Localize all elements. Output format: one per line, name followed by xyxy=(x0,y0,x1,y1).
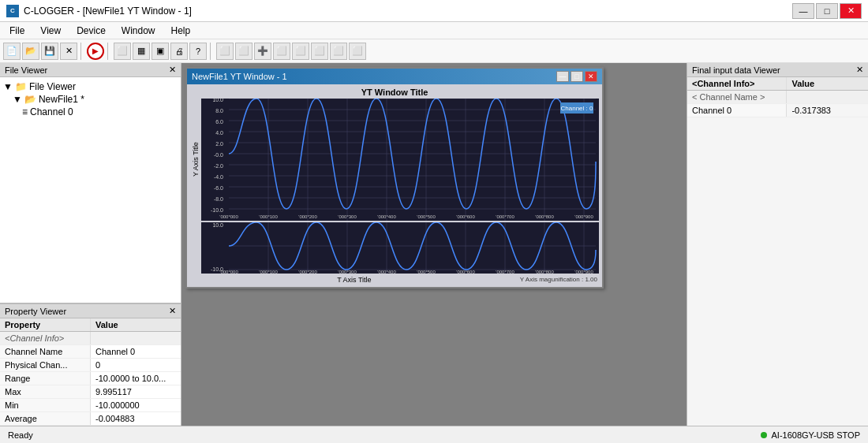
val-channel-name: Channel 0 xyxy=(91,345,181,359)
y-magnification-label: Y Axis magunification : 1.00 xyxy=(518,275,599,284)
toolbar-btn6[interactable]: ➕ xyxy=(254,43,271,60)
svg-text:-10.0: -10.0 xyxy=(211,207,223,213)
val-max: 9.995117 xyxy=(91,385,181,399)
svg-text:-2.0: -2.0 xyxy=(214,163,223,169)
maximize-button[interactable]: □ xyxy=(816,3,838,19)
val-channel-info xyxy=(91,332,181,345)
toolbar-new[interactable]: 📄 xyxy=(3,43,21,60)
chart-main-top: 10.0 8.0 6.0 4.0 2.0 -0.0 -2.0 -4.0 -6.0… xyxy=(201,99,599,221)
chart-bottom: 10.0 -10.0 '000*000 '000*100 '000*200 '0… xyxy=(190,222,599,274)
sep1 xyxy=(80,43,84,60)
toolbar-btn7[interactable]: ⬜ xyxy=(273,43,290,60)
toolbar-btn4[interactable]: ⬜ xyxy=(216,43,234,60)
yt-titlebar: NewFile1 YT Window - 1 — □ ✕ xyxy=(187,69,602,84)
svg-text:'000*900: '000*900 xyxy=(574,270,593,274)
menu-file[interactable]: File xyxy=(3,24,31,38)
menu-help[interactable]: Help xyxy=(165,24,197,38)
toolbar-save[interactable]: 💾 xyxy=(41,43,58,60)
toolbar-help[interactable]: ? xyxy=(189,43,207,60)
svg-text:'000*600: '000*600 xyxy=(456,270,475,274)
window-controls: — □ ✕ xyxy=(792,3,862,19)
svg-text:'000*100: '000*100 xyxy=(259,214,278,219)
toolbar-btn5[interactable]: ⬜ xyxy=(235,43,253,60)
property-viewer-close[interactable]: ✕ xyxy=(169,306,176,316)
chart-top: Y Axis Title xyxy=(190,99,599,221)
toolbar-btn11[interactable]: ⬜ xyxy=(349,43,366,60)
close-button[interactable]: ✕ xyxy=(840,3,862,19)
val-min: -10.000000 xyxy=(91,399,181,412)
menu-view[interactable]: View xyxy=(34,24,67,38)
property-viewer: Property Viewer ✕ Property Value <Channe… xyxy=(0,303,181,426)
val-average: -0.004883 xyxy=(91,412,181,426)
svg-text:'000*000: '000*000 xyxy=(219,270,238,274)
toolbar-btn2[interactable]: ▦ xyxy=(133,43,150,60)
sep3 xyxy=(210,43,213,60)
y-axis-label-top: Y Axis Title xyxy=(190,99,201,221)
svg-text:'000*400: '000*400 xyxy=(377,214,396,219)
tree-channel0[interactable]: ≡ Channel 0 xyxy=(3,106,178,118)
final-channel-0: Channel 0 xyxy=(687,104,787,117)
toolbar-btn10[interactable]: ⬜ xyxy=(330,43,347,60)
folder-icon: 📁 xyxy=(15,81,27,92)
menu-window[interactable]: Window xyxy=(115,24,162,38)
final-viewer-close[interactable]: ✕ xyxy=(856,65,863,75)
svg-text:6.0: 6.0 xyxy=(215,119,223,125)
main-layout: File Viewer ✕ ▼ 📁 File Viewer ▼ 📂 NewFil… xyxy=(0,63,868,426)
tree-expand-icon: ▼ xyxy=(3,81,13,92)
final-value-0: -0.317383 xyxy=(787,104,868,117)
property-row-average: Average -0.004883 xyxy=(0,412,181,426)
channel-icon: ≡ xyxy=(22,106,28,117)
property-section-row: <Channel Info> xyxy=(0,332,181,345)
prop-channel-name: Channel Name xyxy=(0,345,91,359)
svg-text:-6.0: -6.0 xyxy=(214,185,223,191)
toolbar-btn8[interactable]: ⬜ xyxy=(292,43,309,60)
yt-window[interactable]: NewFile1 YT Window - 1 — □ ✕ YT Window T… xyxy=(185,67,604,289)
file-viewer-content: ▼ 📁 File Viewer ▼ 📂 NewFile1 * ≡ Channel… xyxy=(0,77,181,303)
toolbar-print[interactable]: 🖨 xyxy=(170,43,188,60)
toolbar-stop[interactable]: ✕ xyxy=(60,43,77,60)
toolbar-play-button[interactable]: ▶ xyxy=(87,43,104,60)
toolbar: 📄 📂 💾 ✕ ▶ ⬜ ▦ ▣ 🖨 ? ⬜ ⬜ ➕ ⬜ ⬜ ⬜ ⬜ ⬜ xyxy=(0,39,868,63)
final-section-row: < Channel Name > xyxy=(687,91,868,104)
chart-title: YT Window Title xyxy=(190,87,599,97)
svg-text:'000*200: '000*200 xyxy=(298,214,317,219)
file-viewer-header: File Viewer ✕ xyxy=(0,63,181,77)
tree-newfile[interactable]: ▼ 📂 NewFile1 * xyxy=(3,93,178,106)
sep2 xyxy=(107,43,110,60)
svg-text:'000*000: '000*000 xyxy=(219,214,238,219)
menu-device[interactable]: Device xyxy=(70,24,112,38)
tree-file-viewer[interactable]: ▼ 📁 File Viewer xyxy=(3,80,178,93)
yt-close[interactable]: ✕ xyxy=(585,71,597,82)
center-area: NewFile1 YT Window - 1 — □ ✕ YT Window T… xyxy=(181,63,687,426)
yt-window-controls: — □ ✕ xyxy=(556,71,597,82)
property-table: Property Value <Channel Info> Channel Na… xyxy=(0,318,181,426)
toolbar-btn9[interactable]: ⬜ xyxy=(311,43,328,60)
svg-text:-0.0: -0.0 xyxy=(214,152,223,158)
menu-bar: File View Device Window Help xyxy=(0,22,868,39)
final-channel-name-label: < Channel Name > xyxy=(687,91,787,104)
file-viewer-close[interactable]: ✕ xyxy=(169,65,176,75)
left-panel: File Viewer ✕ ▼ 📁 File Viewer ▼ 📂 NewFil… xyxy=(0,63,181,426)
final-channel-name-val xyxy=(787,91,868,104)
yt-window-title: NewFile1 YT Window - 1 xyxy=(192,72,287,81)
prop-physical: Physical Chan... xyxy=(0,359,91,372)
yt-minimize[interactable]: — xyxy=(556,71,569,82)
toolbar-btn3[interactable]: ▣ xyxy=(152,43,169,60)
yt-maximize[interactable]: □ xyxy=(571,71,583,82)
svg-text:'000*800: '000*800 xyxy=(535,214,554,219)
device-status: AI-1608GY-USB STOP xyxy=(772,430,861,440)
toolbar-open[interactable]: 📂 xyxy=(22,43,39,60)
prop-max: Max xyxy=(0,385,91,399)
prop-min: Min xyxy=(0,399,91,412)
y-axis-label-bottom xyxy=(190,222,201,274)
final-data-row: Channel 0 -0.317383 xyxy=(687,104,868,117)
title-bar: C C-LOGGER - [NewFile1 YT Window - 1] — … xyxy=(0,0,868,22)
svg-text:4.0: 4.0 xyxy=(215,130,223,136)
toolbar-btn1[interactable]: ⬜ xyxy=(114,43,131,60)
app-icon: C xyxy=(6,5,19,17)
svg-text:'000*400: '000*400 xyxy=(377,270,396,274)
svg-text:Channel : 0: Channel : 0 xyxy=(561,105,593,112)
property-row-max: Max 9.995117 xyxy=(0,385,181,399)
minimize-button[interactable]: — xyxy=(792,3,814,19)
property-viewer-title: Property Viewer xyxy=(5,307,66,316)
